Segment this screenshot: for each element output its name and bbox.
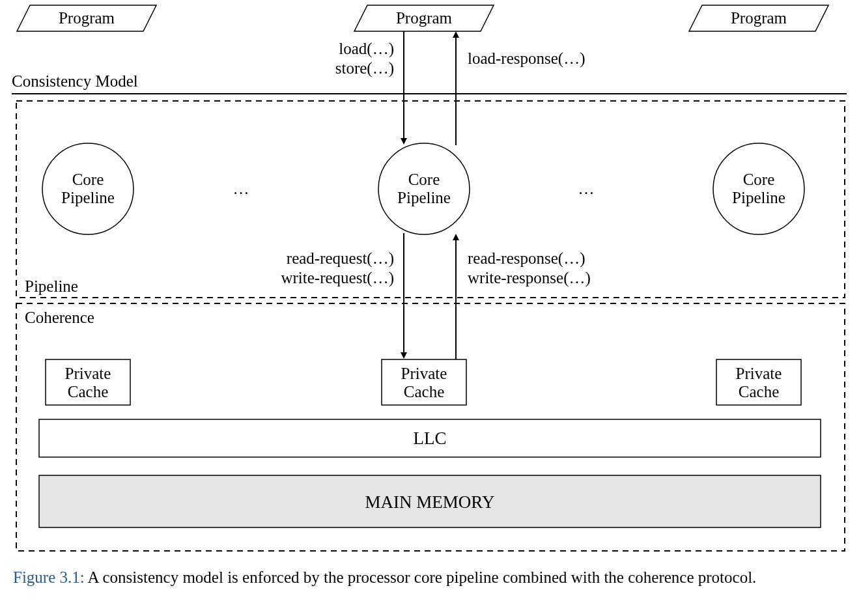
- program-label-left: Program: [59, 9, 115, 27]
- core-line1-right: Core: [743, 171, 775, 188]
- private-cache-center-l2: Cache: [404, 383, 444, 400]
- core-line2-right: Pipeline: [732, 189, 785, 206]
- label-load-response: load-response(…): [468, 49, 586, 68]
- diagram-page: Program Program Program Consistency Mode…: [0, 0, 861, 616]
- core-line1-left: Core: [72, 171, 104, 188]
- figure-number: Figure 3.1:: [13, 568, 85, 586]
- llc-box: LLC: [39, 419, 821, 457]
- label-read-response: read-response(…): [468, 249, 585, 268]
- private-cache-left-l2: Cache: [68, 383, 108, 400]
- label-load: load(…): [339, 40, 394, 58]
- section-coherence: Coherence: [25, 309, 94, 326]
- label-write-request: write-request(…): [281, 269, 394, 287]
- label-store: store(…): [335, 59, 394, 77]
- diagram-svg: Program Program Program Consistency Mode…: [0, 0, 861, 567]
- private-cache-right-l2: Cache: [739, 383, 779, 400]
- private-cache-right: Private Cache: [716, 359, 801, 405]
- private-cache-left-l1: Private: [65, 365, 111, 382]
- figure-caption-text: A consistency model is enforced by the p…: [85, 568, 757, 586]
- core-pipeline-right: Core Pipeline: [713, 143, 804, 234]
- label-write-response: write-response(…): [468, 269, 591, 287]
- core-line2-left: Pipeline: [61, 189, 115, 206]
- private-cache-right-l1: Private: [736, 365, 782, 382]
- core-pipeline-left: Core Pipeline: [42, 143, 134, 234]
- program-label-right: Program: [731, 9, 787, 27]
- core-line2-center: Pipeline: [397, 189, 451, 206]
- program-box-left: Program: [17, 5, 156, 31]
- core-pipeline-center: Core Pipeline: [378, 143, 470, 234]
- llc-label: LLC: [414, 428, 447, 448]
- figure-caption: Figure 3.1: A consistency model is enfor…: [13, 567, 841, 589]
- section-pipeline: Pipeline: [25, 277, 78, 295]
- private-cache-center: Private Cache: [382, 359, 466, 405]
- private-cache-center-l1: Private: [401, 365, 447, 382]
- ellipsis-right: …: [578, 180, 595, 197]
- program-box-right: Program: [689, 5, 828, 31]
- main-memory-box: MAIN MEMORY: [39, 475, 821, 527]
- ellipsis-left: …: [233, 180, 249, 197]
- program-label-center: Program: [396, 9, 453, 27]
- section-consistency-model: Consistency Model: [12, 72, 138, 90]
- main-memory-label: MAIN MEMORY: [365, 492, 495, 512]
- label-read-request: read-request(…): [287, 249, 394, 268]
- program-box-center: Program: [354, 5, 494, 31]
- private-cache-left: Private Cache: [46, 359, 130, 405]
- core-line1-center: Core: [408, 171, 440, 188]
